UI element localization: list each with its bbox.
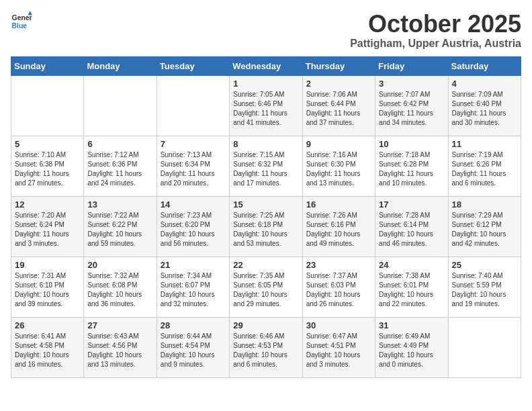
week-row-5: 26Sunrise: 6:41 AM Sunset: 4:58 PM Dayli… <box>11 317 521 377</box>
day-info: Sunrise: 7:35 AM Sunset: 6:05 PM Dayligh… <box>233 271 298 309</box>
logo-icon: General Blue <box>11 11 32 32</box>
header-thursday: Thursday <box>302 56 375 75</box>
table-row: 29Sunrise: 6:46 AM Sunset: 4:53 PM Dayli… <box>230 317 302 377</box>
weekday-header-row: Sunday Monday Tuesday Wednesday Thursday… <box>11 56 521 75</box>
day-number: 17 <box>379 199 444 210</box>
table-row: 10Sunrise: 7:18 AM Sunset: 6:28 PM Dayli… <box>375 136 448 196</box>
day-info: Sunrise: 7:05 AM Sunset: 6:46 PM Dayligh… <box>233 90 298 128</box>
day-number: 11 <box>452 139 517 149</box>
day-info: Sunrise: 7:29 AM Sunset: 6:12 PM Dayligh… <box>452 211 517 248</box>
calendar-table: Sunday Monday Tuesday Wednesday Thursday… <box>11 56 521 378</box>
table-row: 12Sunrise: 7:20 AM Sunset: 6:24 PM Dayli… <box>11 196 84 257</box>
day-number: 19 <box>15 260 80 270</box>
table-row <box>157 75 229 136</box>
svg-text:General: General <box>12 14 32 21</box>
week-row-3: 12Sunrise: 7:20 AM Sunset: 6:24 PM Dayli… <box>11 196 521 257</box>
day-number: 24 <box>379 260 444 270</box>
table-row: 24Sunrise: 7:38 AM Sunset: 6:01 PM Dayli… <box>375 257 448 317</box>
day-info: Sunrise: 7:12 AM Sunset: 6:36 PM Dayligh… <box>87 150 152 188</box>
day-info: Sunrise: 7:09 AM Sunset: 6:40 PM Dayligh… <box>452 90 517 128</box>
day-number: 2 <box>306 79 371 89</box>
logo: General Blue <box>11 11 35 32</box>
table-row <box>11 75 84 136</box>
day-info: Sunrise: 7:18 AM Sunset: 6:28 PM Dayligh… <box>379 150 444 188</box>
day-number: 5 <box>15 139 80 149</box>
day-info: Sunrise: 7:31 AM Sunset: 6:10 PM Dayligh… <box>15 271 80 309</box>
day-info: Sunrise: 7:19 AM Sunset: 6:26 PM Dayligh… <box>452 150 517 188</box>
table-row: 16Sunrise: 7:26 AM Sunset: 6:16 PM Dayli… <box>302 196 375 257</box>
day-number: 12 <box>15 199 80 210</box>
table-row: 17Sunrise: 7:28 AM Sunset: 6:14 PM Dayli… <box>375 196 448 257</box>
day-number: 20 <box>87 260 152 270</box>
table-row: 26Sunrise: 6:41 AM Sunset: 4:58 PM Dayli… <box>11 317 84 377</box>
day-info: Sunrise: 7:13 AM Sunset: 6:34 PM Dayligh… <box>161 150 226 188</box>
table-row: 18Sunrise: 7:29 AM Sunset: 6:12 PM Dayli… <box>448 196 521 257</box>
table-row: 25Sunrise: 7:40 AM Sunset: 5:59 PM Dayli… <box>448 257 521 317</box>
day-info: Sunrise: 7:32 AM Sunset: 6:08 PM Dayligh… <box>87 271 152 309</box>
day-info: Sunrise: 7:28 AM Sunset: 6:14 PM Dayligh… <box>379 211 444 248</box>
table-row: 15Sunrise: 7:25 AM Sunset: 6:18 PM Dayli… <box>230 196 302 257</box>
day-number: 9 <box>306 139 371 149</box>
day-number: 21 <box>161 260 226 270</box>
day-number: 8 <box>233 139 298 149</box>
day-number: 28 <box>161 320 226 330</box>
table-row: 6Sunrise: 7:12 AM Sunset: 6:36 PM Daylig… <box>84 136 157 196</box>
table-row: 21Sunrise: 7:34 AM Sunset: 6:07 PM Dayli… <box>157 257 229 317</box>
table-row: 19Sunrise: 7:31 AM Sunset: 6:10 PM Dayli… <box>11 257 84 317</box>
day-info: Sunrise: 6:43 AM Sunset: 4:56 PM Dayligh… <box>87 332 152 369</box>
day-number: 10 <box>379 139 444 149</box>
table-row: 4Sunrise: 7:09 AM Sunset: 6:40 PM Daylig… <box>448 75 521 136</box>
table-row: 11Sunrise: 7:19 AM Sunset: 6:26 PM Dayli… <box>448 136 521 196</box>
header-friday: Friday <box>375 56 448 75</box>
day-info: Sunrise: 7:22 AM Sunset: 6:22 PM Dayligh… <box>87 211 152 248</box>
table-row <box>84 75 157 136</box>
day-number: 30 <box>306 320 371 330</box>
table-row: 14Sunrise: 7:23 AM Sunset: 6:20 PM Dayli… <box>157 196 229 257</box>
day-info: Sunrise: 7:23 AM Sunset: 6:20 PM Dayligh… <box>161 211 226 248</box>
week-row-4: 19Sunrise: 7:31 AM Sunset: 6:10 PM Dayli… <box>11 257 521 317</box>
day-number: 1 <box>233 79 298 89</box>
day-info: Sunrise: 7:37 AM Sunset: 6:03 PM Dayligh… <box>306 271 371 309</box>
header-monday: Monday <box>84 56 157 75</box>
day-info: Sunrise: 7:15 AM Sunset: 6:32 PM Dayligh… <box>233 150 298 188</box>
table-row: 20Sunrise: 7:32 AM Sunset: 6:08 PM Dayli… <box>84 257 157 317</box>
table-row: 30Sunrise: 6:47 AM Sunset: 4:51 PM Dayli… <box>302 317 375 377</box>
day-number: 3 <box>379 79 444 89</box>
day-info: Sunrise: 6:49 AM Sunset: 4:49 PM Dayligh… <box>379 332 444 369</box>
day-info: Sunrise: 7:34 AM Sunset: 6:07 PM Dayligh… <box>161 271 226 309</box>
title-block: October 2025 Pattigham, Upper Austria, A… <box>350 11 521 50</box>
header-sunday: Sunday <box>11 56 84 75</box>
day-info: Sunrise: 7:25 AM Sunset: 6:18 PM Dayligh… <box>233 211 298 248</box>
table-row: 13Sunrise: 7:22 AM Sunset: 6:22 PM Dayli… <box>84 196 157 257</box>
day-info: Sunrise: 6:41 AM Sunset: 4:58 PM Dayligh… <box>15 332 80 369</box>
day-info: Sunrise: 7:38 AM Sunset: 6:01 PM Dayligh… <box>379 271 444 309</box>
day-info: Sunrise: 7:20 AM Sunset: 6:24 PM Dayligh… <box>15 211 80 248</box>
table-row: 7Sunrise: 7:13 AM Sunset: 6:34 PM Daylig… <box>157 136 229 196</box>
svg-text:Blue: Blue <box>12 22 28 30</box>
day-number: 22 <box>233 260 298 270</box>
day-number: 14 <box>161 199 226 210</box>
table-row <box>448 317 521 377</box>
page-header: General Blue October 2025 Pattigham, Upp… <box>11 11 521 50</box>
table-row: 9Sunrise: 7:16 AM Sunset: 6:30 PM Daylig… <box>302 136 375 196</box>
table-row: 28Sunrise: 6:44 AM Sunset: 4:54 PM Dayli… <box>157 317 229 377</box>
day-info: Sunrise: 7:16 AM Sunset: 6:30 PM Dayligh… <box>306 150 371 188</box>
day-number: 16 <box>306 199 371 210</box>
day-number: 13 <box>87 199 152 210</box>
day-number: 7 <box>161 139 226 149</box>
day-number: 26 <box>15 320 80 330</box>
day-info: Sunrise: 7:26 AM Sunset: 6:16 PM Dayligh… <box>306 211 371 248</box>
day-number: 31 <box>379 320 444 330</box>
table-row: 8Sunrise: 7:15 AM Sunset: 6:32 PM Daylig… <box>230 136 302 196</box>
table-row: 23Sunrise: 7:37 AM Sunset: 6:03 PM Dayli… <box>302 257 375 317</box>
day-number: 18 <box>452 199 517 210</box>
table-row: 2Sunrise: 7:06 AM Sunset: 6:44 PM Daylig… <box>302 75 375 136</box>
table-row: 3Sunrise: 7:07 AM Sunset: 6:42 PM Daylig… <box>375 75 448 136</box>
day-number: 29 <box>233 320 298 330</box>
table-row: 31Sunrise: 6:49 AM Sunset: 4:49 PM Dayli… <box>375 317 448 377</box>
day-info: Sunrise: 7:40 AM Sunset: 5:59 PM Dayligh… <box>452 271 517 309</box>
day-info: Sunrise: 6:44 AM Sunset: 4:54 PM Dayligh… <box>161 332 226 369</box>
header-tuesday: Tuesday <box>157 56 229 75</box>
day-number: 6 <box>87 139 152 149</box>
calendar-subtitle: Pattigham, Upper Austria, Austria <box>350 38 521 50</box>
